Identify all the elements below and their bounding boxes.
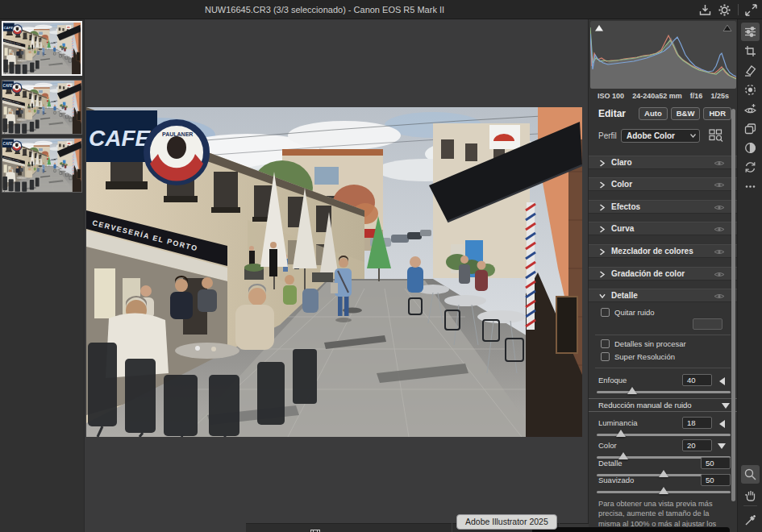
disclosure-down-icon[interactable] bbox=[718, 443, 726, 449]
profile-value: Adobe Color bbox=[627, 131, 675, 140]
save-download-icon[interactable] bbox=[698, 3, 712, 17]
crop-tool-button[interactable] bbox=[741, 42, 760, 60]
toolbar-divider bbox=[743, 505, 757, 506]
eye-icon[interactable] bbox=[714, 226, 725, 233]
exif-iso: ISO 100 bbox=[598, 90, 624, 102]
more-tools-button[interactable] bbox=[741, 177, 760, 196]
exif-aperture: f/16 bbox=[690, 90, 703, 102]
filmstrip-toggle-icon[interactable] bbox=[310, 525, 320, 531]
shadow-clipping-icon[interactable] bbox=[594, 24, 604, 32]
eye-icon[interactable] bbox=[714, 271, 725, 278]
titlebar-separator bbox=[738, 4, 739, 15]
section-label: Gradación de color bbox=[611, 269, 685, 278]
thumbnail-3[interactable] bbox=[2, 138, 82, 193]
section-detalle[interactable]: Detalle bbox=[589, 289, 738, 302]
panel-scrollbar[interactable] bbox=[731, 109, 735, 501]
app-tooltip: Adobe Illustrator 2025 bbox=[456, 514, 557, 530]
luminance-row: Luminancia 18 bbox=[589, 418, 738, 429]
auto-button[interactable]: Auto bbox=[639, 107, 668, 120]
section-mezclador[interactable]: Mezclador de colores bbox=[589, 244, 738, 258]
profile-dropdown[interactable]: Adobe Color bbox=[621, 129, 700, 143]
smoothing-value-input[interactable]: 50 bbox=[701, 474, 731, 486]
sharpen-value-input[interactable]: 40 bbox=[682, 374, 712, 386]
preview-split-button[interactable] bbox=[741, 139, 760, 157]
disclosure-left-icon[interactable] bbox=[719, 420, 725, 428]
color-nr-value-input[interactable]: 20 bbox=[682, 439, 712, 451]
section-label: Curva bbox=[611, 224, 634, 233]
eye-icon[interactable] bbox=[714, 248, 725, 256]
chevron-right-icon bbox=[599, 181, 606, 189]
mask-circle-icon bbox=[743, 83, 757, 97]
exif-row: ISO 100 24-240a52 mm f/16 1/25s bbox=[589, 90, 738, 102]
sharpen-slider[interactable] bbox=[597, 387, 731, 396]
eye-icon[interactable] bbox=[714, 160, 725, 167]
section-gradacion[interactable]: Gradación de color bbox=[589, 267, 738, 281]
eyedropper-icon bbox=[743, 513, 757, 527]
settings-gear-icon[interactable] bbox=[718, 3, 731, 17]
super-resolution-checkbox[interactable] bbox=[601, 352, 610, 361]
section-label: Claro bbox=[611, 158, 632, 167]
sharpen-label: Enfoque bbox=[598, 376, 627, 384]
disclosure-down-icon[interactable] bbox=[722, 403, 730, 409]
dock-strip-segment bbox=[246, 523, 452, 532]
more-dots-icon bbox=[743, 180, 757, 193]
section-label: Color bbox=[611, 180, 632, 189]
profile-row: Perfil Adobe Color bbox=[589, 129, 738, 143]
section-color[interactable]: Color bbox=[589, 177, 738, 191]
sharpen-row: Enfoque 40 bbox=[589, 375, 738, 386]
slider-thumb[interactable] bbox=[627, 387, 637, 394]
thumbnail-1[interactable] bbox=[2, 21, 82, 76]
nr-detail-value-input[interactable]: 50 bbox=[701, 457, 731, 469]
chevron-right-icon bbox=[599, 160, 606, 167]
section-claro[interactable]: Claro bbox=[589, 156, 738, 169]
section-efectos[interactable]: Efectos bbox=[589, 200, 738, 214]
raw-details-checkbox[interactable] bbox=[601, 339, 610, 348]
histogram[interactable] bbox=[590, 21, 736, 89]
color-sampler-button[interactable] bbox=[741, 511, 760, 530]
fullscreen-icon[interactable] bbox=[744, 3, 758, 17]
refresh-compare-button[interactable] bbox=[741, 158, 760, 177]
smoothing-slider[interactable] bbox=[597, 487, 731, 496]
hand-tool-button[interactable] bbox=[741, 485, 760, 504]
slider-thumb[interactable] bbox=[616, 430, 626, 437]
bw-button[interactable]: B&W bbox=[671, 107, 701, 120]
dock-item bbox=[532, 527, 730, 532]
slider-track[interactable] bbox=[597, 391, 731, 393]
denoise-amount-box[interactable] bbox=[693, 318, 722, 330]
luminance-label: Luminancia bbox=[598, 418, 638, 427]
red-eye-tool-button[interactable] bbox=[741, 100, 760, 118]
eye-icon[interactable] bbox=[714, 181, 725, 189]
thumbnail-2[interactable] bbox=[2, 80, 82, 135]
highlight-clipping-icon[interactable] bbox=[722, 24, 732, 32]
hdr-button[interactable]: HDR bbox=[703, 107, 731, 120]
tools-toolbar bbox=[737, 19, 762, 532]
chevron-down-icon bbox=[599, 293, 606, 300]
main-photo[interactable] bbox=[86, 107, 582, 437]
denoise-checkbox[interactable] bbox=[601, 308, 610, 317]
presets-button[interactable] bbox=[741, 119, 760, 138]
chevron-right-icon bbox=[599, 271, 606, 278]
eye-icon[interactable] bbox=[714, 293, 725, 300]
window-title: NUW16645.CR3 (3/3 seleccionado) - Canon … bbox=[0, 0, 649, 19]
chevron-right-icon bbox=[599, 226, 606, 233]
hand-icon bbox=[743, 488, 757, 501]
edit-tool-button[interactable] bbox=[741, 23, 760, 41]
zoom-tool-button[interactable] bbox=[741, 465, 760, 484]
slider-thumb[interactable] bbox=[659, 487, 668, 494]
manual-noise-reduction-header[interactable]: Reducción manual de ruido bbox=[589, 398, 738, 412]
section-curva[interactable]: Curva bbox=[589, 222, 738, 235]
disclosure-left-icon[interactable] bbox=[719, 377, 725, 385]
luminance-slider[interactable] bbox=[597, 430, 731, 438]
profile-browser-icon[interactable] bbox=[709, 129, 723, 142]
healing-tool-button[interactable] bbox=[741, 61, 760, 80]
titlebar: NUW16645.CR3 (3/3 seleccionado) - Canon … bbox=[0, 0, 762, 19]
red-eye-icon bbox=[743, 102, 757, 116]
chevron-right-icon bbox=[599, 204, 606, 211]
luminance-value-input[interactable]: 18 bbox=[682, 417, 712, 429]
eye-icon[interactable] bbox=[714, 204, 725, 211]
section-label: Efectos bbox=[611, 202, 640, 211]
masking-tool-button[interactable] bbox=[741, 81, 760, 99]
section-label: Detalle bbox=[611, 291, 638, 300]
exif-lens: 24-240a52 mm bbox=[632, 90, 682, 102]
filmstrip bbox=[0, 19, 85, 532]
